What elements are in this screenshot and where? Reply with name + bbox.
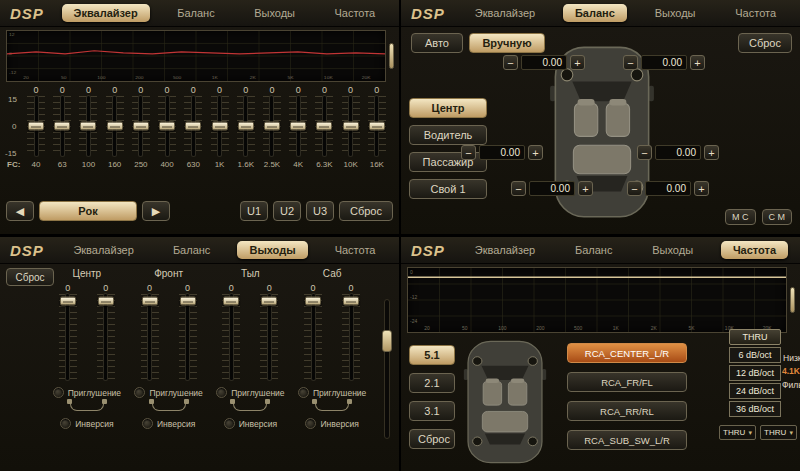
listening-position-1-button[interactable]: Водитель [409, 125, 487, 145]
memory-toggle-0-button[interactable]: M C [725, 209, 756, 225]
eq-band-slider[interactable] [263, 96, 281, 156]
invert-checkbox[interactable] [142, 418, 153, 429]
channel-gain-slider[interactable] [141, 294, 159, 380]
memory-u3-button[interactable]: U3 [306, 201, 334, 221]
slider-thumb[interactable] [305, 296, 321, 305]
freq-reset-button[interactable]: Сброс [409, 429, 455, 449]
invert-checkbox[interactable] [224, 418, 235, 429]
eq-band-slider[interactable] [53, 96, 71, 156]
eq-band-slider[interactable] [368, 96, 386, 156]
increase-button[interactable]: + [570, 55, 585, 70]
slider-thumb[interactable] [98, 296, 114, 305]
channel-gain-slider[interactable] [179, 294, 197, 380]
slider-thumb[interactable] [60, 296, 76, 305]
thru-select-right[interactable]: THRU ▾ [760, 425, 797, 440]
slider-thumb[interactable] [212, 122, 228, 131]
slope-option-3[interactable]: 36 dB/oct [729, 401, 781, 417]
eq-band-slider[interactable] [315, 96, 333, 156]
slope-option-1[interactable]: 12 dB/oct [729, 365, 781, 381]
tab-equalizer[interactable]: Эквалайзер [62, 4, 150, 22]
invert-checkbox[interactable] [60, 418, 71, 429]
increase-button[interactable]: + [694, 181, 709, 196]
increase-button[interactable]: + [578, 181, 593, 196]
link-channels-icon[interactable] [152, 403, 186, 411]
decrease-button[interactable]: − [627, 181, 642, 196]
tab-frequency[interactable]: Частота [723, 4, 788, 22]
channel-gain-slider[interactable] [260, 294, 278, 380]
rca-channel-3-button[interactable]: RCA_SUB_SW_L/R [567, 430, 687, 450]
memory-u2-button[interactable]: U2 [273, 201, 301, 221]
rca-channel-2-button[interactable]: RCA_RR/RL [567, 401, 687, 421]
master-level-slider[interactable] [384, 299, 390, 439]
preset-next-button[interactable]: ▶ [142, 201, 170, 221]
tab-outputs[interactable]: Выходы [237, 241, 307, 259]
eq-band-slider[interactable] [27, 96, 45, 156]
slider-thumb[interactable] [343, 122, 359, 131]
eq-band-slider[interactable] [342, 96, 360, 156]
mode-3.1-button[interactable]: 3.1 [409, 401, 455, 421]
decrease-button[interactable]: − [511, 181, 526, 196]
slider-thumb[interactable] [261, 296, 277, 305]
slider-thumb[interactable] [223, 296, 239, 305]
mode-2.1-button[interactable]: 2.1 [409, 373, 455, 393]
mute-checkbox[interactable] [298, 387, 309, 398]
eq-band-slider[interactable] [158, 96, 176, 156]
tab-outputs[interactable]: Выходы [643, 4, 708, 22]
graph-drag-handle[interactable] [790, 287, 795, 313]
slope-option-0[interactable]: 6 dB/oct [729, 347, 781, 363]
eq-reset-button[interactable]: Сброс [339, 201, 393, 221]
slider-thumb[interactable] [264, 122, 280, 131]
graph-drag-handle[interactable] [389, 43, 394, 69]
tab-balance[interactable]: Баланс [161, 241, 222, 259]
thru-select-left[interactable]: THRU ▾ [719, 425, 756, 440]
slider-thumb[interactable] [159, 122, 175, 131]
slider-thumb[interactable] [142, 296, 158, 305]
listening-position-3-button[interactable]: Свой 1 [409, 179, 487, 199]
balance-reset-button[interactable]: Сброс [738, 33, 792, 53]
tab-outputs[interactable]: Выходы [640, 241, 705, 259]
mute-checkbox[interactable] [134, 387, 145, 398]
eq-band-slider[interactable] [184, 96, 202, 156]
listening-position-0-button[interactable]: Центр [409, 98, 487, 118]
tab-frequency[interactable]: Частота [323, 241, 388, 259]
tab-frequency[interactable]: Частота [721, 241, 788, 259]
memory-toggle-1-button[interactable]: C M [762, 209, 793, 225]
slider-thumb[interactable] [238, 122, 254, 131]
slider-thumb[interactable] [107, 122, 123, 131]
link-channels-icon[interactable] [315, 403, 349, 411]
channel-gain-slider[interactable] [222, 294, 240, 380]
slope-dropdown-selected[interactable]: THRU [729, 329, 781, 345]
channel-gain-slider[interactable] [304, 294, 322, 380]
slider-thumb[interactable] [316, 122, 332, 131]
balance-auto-button[interactable]: Авто [411, 33, 463, 53]
slider-thumb[interactable] [54, 122, 70, 131]
rca-channel-1-button[interactable]: RCA_FR/FL [567, 372, 687, 392]
mute-checkbox[interactable] [216, 387, 227, 398]
tab-balance[interactable]: Баланс [563, 4, 627, 22]
tab-frequency[interactable]: Частота [322, 4, 387, 22]
eq-preset-button[interactable]: Рок [39, 201, 137, 221]
tab-balance[interactable]: Баланс [563, 241, 624, 259]
eq-band-slider[interactable] [211, 96, 229, 156]
slider-thumb[interactable] [290, 122, 306, 131]
slider-thumb[interactable] [343, 296, 359, 305]
balance-manual-button[interactable]: Вручную [469, 33, 545, 53]
increase-button[interactable]: + [528, 145, 543, 160]
mode-5.1-button[interactable]: 5.1 [409, 345, 455, 365]
slider-thumb[interactable] [382, 330, 392, 352]
slider-thumb[interactable] [369, 122, 385, 131]
tab-balance[interactable]: Баланс [165, 4, 226, 22]
preset-prev-button[interactable]: ◀ [6, 201, 34, 221]
channel-gain-slider[interactable] [59, 294, 77, 380]
mute-checkbox[interactable] [53, 387, 64, 398]
slider-thumb[interactable] [80, 122, 96, 131]
tab-equalizer[interactable]: Эквалайзер [463, 241, 547, 259]
memory-u1-button[interactable]: U1 [240, 201, 268, 221]
invert-checkbox[interactable] [305, 418, 316, 429]
slider-thumb[interactable] [185, 122, 201, 131]
channel-gain-slider[interactable] [97, 294, 115, 380]
eq-band-slider[interactable] [289, 96, 307, 156]
link-channels-icon[interactable] [233, 403, 267, 411]
link-channels-icon[interactable] [70, 403, 104, 411]
rca-channel-0-button[interactable]: RCA_CENTER_L/R [567, 343, 687, 363]
